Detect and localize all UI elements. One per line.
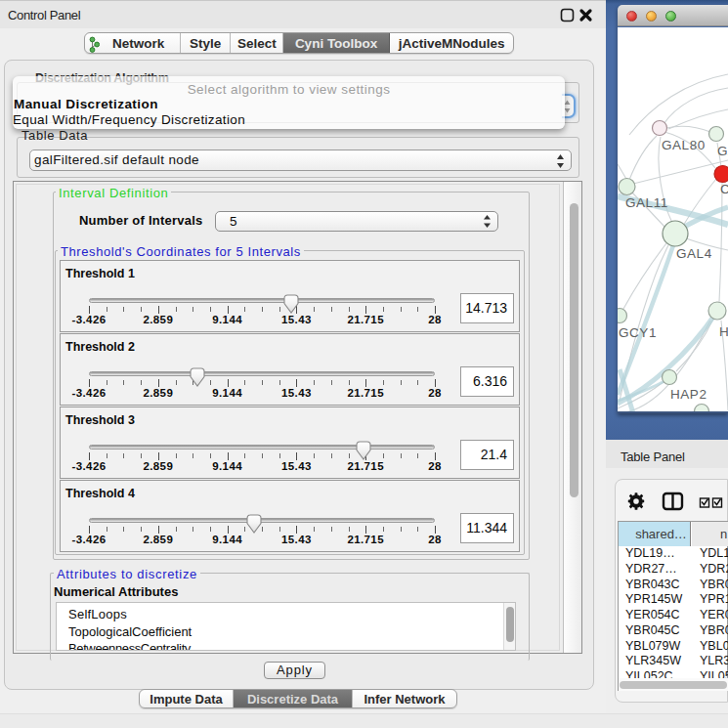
svg-text:H: H: [719, 324, 728, 339]
svg-text:HAP2: HAP2: [670, 387, 707, 402]
svg-text:C: C: [720, 182, 728, 196]
svg-text:GCY1: GCY1: [619, 325, 657, 340]
svg-text:GAL11: GAL11: [625, 195, 668, 210]
svg-text:GAL80: GAL80: [662, 138, 706, 152]
svg-text:GAL4: GAL4: [676, 246, 712, 261]
svg-text:GA: GA: [717, 144, 728, 158]
